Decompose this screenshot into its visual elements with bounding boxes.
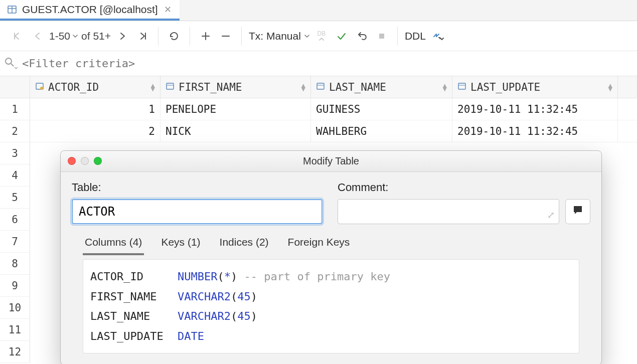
table-icon bbox=[7, 5, 17, 15]
sort-icon[interactable]: ▲▼ bbox=[301, 84, 305, 91]
column-name: FIRST_NAME bbox=[179, 81, 242, 93]
column-icon bbox=[166, 81, 175, 93]
window-close-button[interactable] bbox=[68, 157, 76, 165]
col-type: VARCHAR2 bbox=[178, 290, 231, 303]
row-number[interactable]: 1 bbox=[0, 98, 30, 120]
add-row-button[interactable] bbox=[197, 28, 214, 45]
column-def-row[interactable]: ACTOR_ID NUMBER(*) -- part of primary ke… bbox=[90, 267, 572, 287]
table-name-input[interactable] bbox=[72, 199, 323, 224]
sort-icon[interactable]: ▲▼ bbox=[608, 84, 612, 91]
row-number[interactable]: 6 bbox=[0, 209, 30, 231]
tx-mode-label: Tx: Manual bbox=[249, 30, 301, 42]
comment-button[interactable] bbox=[565, 199, 590, 224]
table-row[interactable]: 2 NICK WAHLBERG 2019-10-11 11:32:45 bbox=[30, 120, 637, 142]
settings-dropdown[interactable] bbox=[429, 28, 446, 45]
close-icon[interactable]: ✕ bbox=[163, 3, 173, 16]
table-row[interactable]: 1 PENELOPE GUINESS 2019-10-11 11:32:45 bbox=[30, 98, 637, 120]
cell-last-update[interactable]: 2019-10-11 11:32:45 bbox=[452, 98, 618, 120]
tab-title: GUEST.ACTOR [@localhost] bbox=[22, 4, 158, 16]
sort-icon[interactable]: ▲▼ bbox=[151, 84, 155, 91]
row-number[interactable]: 9 bbox=[0, 275, 30, 297]
remove-row-button[interactable] bbox=[217, 28, 234, 45]
row-number[interactable]: 10 bbox=[0, 297, 30, 319]
row-number[interactable]: 5 bbox=[0, 187, 30, 209]
page-first-button[interactable] bbox=[9, 28, 26, 45]
col-name: LAST_UPDATE bbox=[90, 326, 171, 346]
ddl-button[interactable]: DDL bbox=[405, 30, 426, 42]
filter-input[interactable] bbox=[22, 57, 633, 70]
col-name: LAST_NAME bbox=[90, 306, 171, 326]
cell-last-name[interactable]: GUINESS bbox=[311, 98, 452, 120]
column-icon bbox=[457, 81, 466, 93]
col-type: NUMBER bbox=[178, 270, 217, 283]
column-def-row[interactable]: LAST_NAME VARCHAR2(45) bbox=[90, 306, 572, 326]
tab-foreign-keys[interactable]: Foreign Keys bbox=[286, 233, 352, 255]
column-icon bbox=[316, 81, 325, 93]
expand-icon[interactable]: ⤢ bbox=[547, 210, 555, 221]
cell-actor-id[interactable]: 1 bbox=[30, 98, 161, 120]
col-type-arg: 45 bbox=[237, 290, 251, 303]
cell-first-name[interactable]: NICK bbox=[161, 120, 311, 142]
row-number-gutter: 1 2 3 4 5 6 7 8 9 10 11 12 bbox=[0, 76, 30, 363]
col-name: ACTOR_ID bbox=[90, 267, 171, 287]
stop-button[interactable] bbox=[373, 28, 390, 45]
column-def-row[interactable]: FIRST_NAME VARCHAR2(45) bbox=[90, 287, 572, 307]
column-name: ACTOR_ID bbox=[48, 81, 99, 93]
page-of-label: of 51+ bbox=[81, 30, 111, 42]
cell-first-name[interactable]: PENELOPE bbox=[161, 98, 311, 120]
svg-rect-8 bbox=[379, 34, 384, 39]
speech-bubble-icon bbox=[572, 204, 584, 219]
rollback-button[interactable] bbox=[353, 28, 370, 45]
tab-indices[interactable]: Indices (2) bbox=[218, 233, 271, 255]
col-name: FIRST_NAME bbox=[90, 287, 171, 307]
sort-icon[interactable]: ▲▼ bbox=[443, 84, 447, 91]
dialog-title: Modify Table bbox=[303, 155, 359, 167]
column-def-row[interactable]: LAST_UPDATE DATE bbox=[90, 326, 572, 346]
svg-point-9 bbox=[6, 58, 12, 64]
svg-rect-15 bbox=[317, 83, 324, 89]
tab-keys[interactable]: Keys (1) bbox=[159, 233, 202, 255]
column-header-last-update[interactable]: LAST_UPDATE ▲▼ bbox=[452, 76, 618, 98]
tab-columns[interactable]: Columns (4) bbox=[83, 233, 144, 255]
row-number[interactable]: 7 bbox=[0, 231, 30, 253]
row-number[interactable]: 12 bbox=[0, 341, 30, 363]
col-type-arg: * bbox=[224, 270, 231, 283]
column-name: LAST_UPDATE bbox=[470, 81, 540, 93]
column-header-first-name[interactable]: FIRST_NAME ▲▼ bbox=[161, 76, 311, 98]
comment-input[interactable]: ⤢ bbox=[338, 199, 559, 224]
page-range-label: 1-50 bbox=[49, 30, 70, 42]
dialog-tabs: Columns (4) Keys (1) Indices (2) Foreign… bbox=[72, 233, 590, 259]
window-controls bbox=[68, 157, 102, 165]
page-next-button[interactable] bbox=[114, 28, 131, 45]
reload-button[interactable] bbox=[166, 28, 183, 45]
row-number[interactable]: 2 bbox=[0, 120, 30, 142]
col-type: VARCHAR2 bbox=[178, 310, 231, 322]
page-last-button[interactable] bbox=[134, 28, 151, 45]
toolbar: 1-50 of 51+ Tx: Manual DB DDL bbox=[0, 21, 637, 51]
key-column-icon bbox=[35, 81, 44, 93]
db-upload-button[interactable]: DB bbox=[313, 28, 330, 45]
column-header-last-name[interactable]: LAST_NAME ▲▼ bbox=[311, 76, 452, 98]
comment-label: Comment: bbox=[338, 181, 590, 194]
search-icon[interactable] bbox=[4, 57, 18, 70]
row-number[interactable]: 3 bbox=[0, 142, 30, 164]
column-definition-list[interactable]: ACTOR_ID NUMBER(*) -- part of primary ke… bbox=[83, 259, 579, 353]
page-prev-button[interactable] bbox=[29, 28, 46, 45]
column-header-actor-id[interactable]: ACTOR_ID ▲▼ bbox=[30, 76, 161, 98]
cell-last-name[interactable]: WAHLBERG bbox=[311, 120, 452, 142]
page-range-dropdown[interactable]: 1-50 bbox=[49, 30, 78, 42]
commit-button[interactable] bbox=[333, 28, 350, 45]
svg-rect-13 bbox=[167, 83, 174, 89]
modify-table-dialog: Modify Table Table: Comment: ⤢ Co bbox=[60, 150, 602, 364]
column-header-row: ACTOR_ID ▲▼ FIRST_NAME ▲▼ LAST_NAME ▲▼ L… bbox=[30, 76, 637, 98]
window-zoom-button[interactable] bbox=[94, 157, 102, 165]
row-number[interactable]: 8 bbox=[0, 253, 30, 275]
tx-mode-dropdown[interactable]: Tx: Manual bbox=[249, 30, 310, 42]
row-number[interactable]: 4 bbox=[0, 164, 30, 187]
editor-tab-actor[interactable]: GUEST.ACTOR [@localhost] ✕ bbox=[0, 0, 180, 21]
cell-last-update[interactable]: 2019-10-11 11:32:45 bbox=[452, 120, 618, 142]
cell-actor-id[interactable]: 2 bbox=[30, 120, 161, 142]
row-number[interactable]: 11 bbox=[0, 319, 30, 341]
dialog-titlebar[interactable]: Modify Table bbox=[61, 151, 601, 172]
window-minimize-button[interactable] bbox=[81, 157, 89, 165]
